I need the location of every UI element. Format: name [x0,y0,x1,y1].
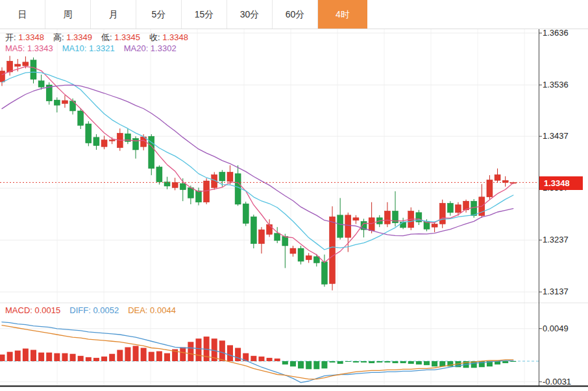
macd-bar [23,349,29,361]
macd-bar [345,361,351,362]
macd-bar [101,357,107,361]
tab-4时[interactable]: 4时 [318,0,367,29]
candle-down [337,215,343,237]
tab-周[interactable]: 周 [45,0,91,29]
macd-bar [408,361,414,364]
candle-up [439,203,445,224]
y-axis-label: 1.3137 [543,287,569,296]
candle-up [258,230,264,244]
macd-bar [306,361,312,369]
candle-up [306,255,312,259]
candle-down [313,257,319,263]
macd-bar [46,353,52,361]
macd-bar [54,353,60,361]
macd-bar [219,340,225,361]
readout-pair: 高: 1.3349 [53,32,92,42]
macd-bar [258,357,264,361]
macd-bar [117,350,123,361]
candle-down [93,137,99,146]
readout-pair: MA20: 1.3302 [124,43,177,53]
macd-bar [330,361,336,362]
macd-bar [502,361,508,363]
readout-pair: DIFF: 0.0052 [69,305,119,315]
candle-down [54,100,60,105]
macd-bar [86,357,92,361]
macd-bar [376,361,382,362]
candle-down [298,248,304,261]
macd-bar [275,359,280,361]
ma-readout: MA5: 1.3343MA10: 1.3321MA20: 1.3302 [5,43,186,53]
tab-月[interactable]: 月 [91,0,136,29]
candle-down [251,217,256,244]
macd-bar [298,361,304,368]
macd-bar [125,347,130,361]
candle-down [38,81,44,88]
macd-bar [416,361,422,364]
macd-bar [510,361,516,362]
macd-bar [393,361,398,363]
tab-日[interactable]: 日 [0,0,45,29]
tab-5分[interactable]: 5分 [136,0,182,29]
macd-bar [164,353,170,361]
candle-up [267,224,273,234]
candle-down [275,233,280,241]
candle-down [133,138,139,150]
candle-up [15,64,21,66]
y-axis-label: -0.0031 [543,377,571,386]
macd-bar [180,347,186,361]
candle-up [0,71,5,82]
readout-pair: DEA: 0.0044 [128,305,176,315]
macd-bar [267,358,273,361]
tab-15分[interactable]: 15分 [182,0,227,29]
macd-bar [156,351,162,361]
y-axis-label: 1.3437 [543,131,569,141]
macd-bar [31,350,36,361]
macd-bar [290,361,296,366]
tab-30分[interactable]: 30分 [227,0,273,29]
macd-bar [321,361,327,368]
macd-bar [38,353,44,361]
candle-up [369,218,374,231]
dea-line [2,326,513,379]
macd-bar [439,361,445,366]
candle-up [353,218,359,220]
candle-up [432,224,437,227]
diff-line [2,322,513,383]
macd-bar [0,355,5,361]
ohlc-readout: 开: 1.3348高: 1.3349低: 1.3345收: 1.3348 [5,32,197,43]
y-axis-label: 1.3237 [543,235,569,244]
readout-pair: 收: 1.3348 [149,32,188,42]
candle-down [78,111,84,125]
candle-down [86,124,92,143]
candle-up [109,140,115,141]
candle-down [243,204,249,223]
macd-bar [251,356,256,361]
tab-60分[interactable]: 60分 [273,0,318,29]
macd-bar [384,361,390,362]
macd-bar [70,354,76,361]
macd-bar [149,352,154,361]
price-chart-canvas[interactable] [0,0,588,391]
macd-bar [227,345,233,361]
candle-up [204,181,210,202]
macd-bar [7,352,13,361]
candle-down [282,237,288,246]
ma20-line [2,85,513,235]
macd-bar [15,351,21,361]
macd-bar [235,348,241,362]
charting-app: 日周月5分15分30分60分4时 开: 1.3348高: 1.3349低: 1.… [0,0,588,391]
y-axis-label: 0.0049 [543,324,569,333]
y-axis-label: 1.3636 [543,28,569,38]
macd-bar [196,338,202,361]
candle-down [235,174,241,204]
macd-bar [188,342,193,361]
candle-up [62,101,67,104]
y-axis-label: 1.3536 [543,80,569,89]
candle-up [172,182,178,187]
candle-up [495,174,500,180]
macd-bar [93,358,99,361]
candle-up [345,215,351,237]
readout-pair: 低: 1.3345 [101,32,140,42]
macd-bar [400,361,406,363]
candle-down [471,201,477,215]
